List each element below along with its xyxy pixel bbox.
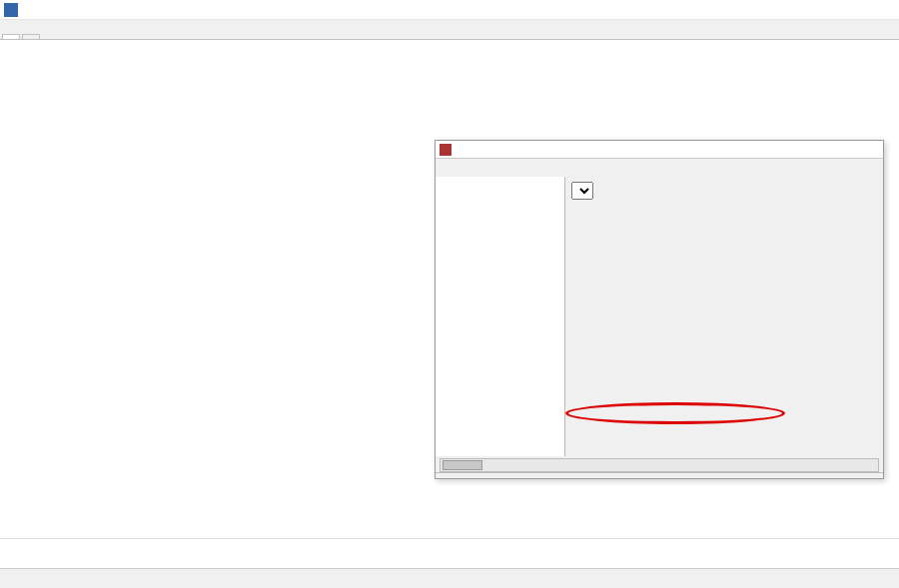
- project-tree[interactable]: [436, 177, 565, 456]
- status-bar: [0, 568, 899, 588]
- tab-powder-patterns[interactable]: [2, 34, 20, 39]
- maximize-button[interactable]: [837, 1, 865, 19]
- tab-bar: [0, 20, 899, 40]
- project-menubar: [436, 159, 883, 177]
- tree-hscrollbar[interactable]: [440, 458, 879, 472]
- plot-title: [0, 40, 899, 85]
- azimuth-label: [571, 182, 877, 200]
- close-button[interactable]: [867, 1, 895, 19]
- plot-area[interactable]: [0, 40, 899, 519]
- project-footer: [436, 472, 883, 506]
- window-titlebar: [0, 0, 899, 20]
- tab-peak-widths[interactable]: [22, 34, 40, 39]
- instrument-params-panel: [565, 177, 883, 456]
- project-window[interactable]: [435, 140, 884, 479]
- plot-toolbar: [0, 538, 899, 568]
- minimize-button[interactable]: [807, 1, 835, 19]
- project-titlebar: [436, 141, 883, 159]
- project-icon: [440, 144, 451, 156]
- source-type-select[interactable]: [571, 182, 593, 200]
- app-icon: [4, 3, 18, 17]
- annotation-ellipse: [565, 402, 785, 424]
